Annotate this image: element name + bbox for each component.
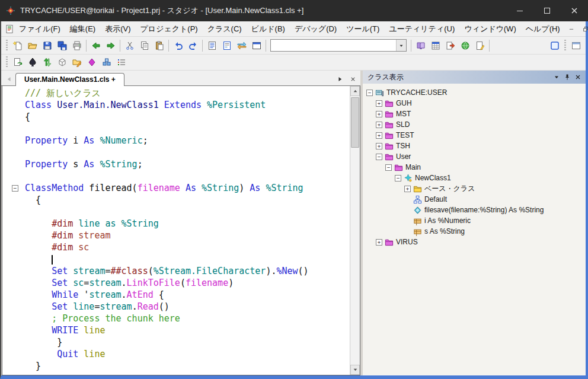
class-panel-header[interactable]: クラス表示 [363, 71, 586, 84]
menu-item-edit[interactable]: 編集(E) [65, 21, 100, 37]
collapse-icon[interactable]: − [395, 175, 401, 181]
tree-item-sld[interactable]: +SLD [366, 119, 586, 130]
toolbar-grip[interactable] [5, 40, 8, 52]
green-globe-button[interactable] [458, 39, 472, 53]
tree-item-user[interactable]: −User [366, 151, 586, 162]
menu-item-help[interactable]: ヘルプ(H) [521, 21, 565, 37]
cut-scissors-button[interactable] [122, 39, 137, 53]
code-line[interactable]: −ClassMethod fileread(filename As %Strin… [2, 182, 350, 194]
code-line[interactable]: Quit line [2, 348, 350, 360]
export-arrow-button[interactable] [443, 39, 458, 53]
toolbar-combobox[interactable] [270, 39, 407, 52]
paste-clipboard-button[interactable] [152, 39, 167, 53]
fold-collapse-icon[interactable]: − [12, 185, 18, 192]
minimize-button[interactable] [506, 0, 533, 21]
maximize-button[interactable] [533, 0, 561, 21]
code-line[interactable]: WRITE line [2, 324, 350, 336]
tab-user-main-newclass1[interactable]: User.Main.NewClass1.cls + [15, 73, 124, 86]
tree-item-default[interactable]: Default [366, 194, 586, 205]
undo-arrow-button[interactable] [171, 39, 186, 53]
code-line[interactable]: While 'stream.AtEnd { [2, 289, 350, 301]
folder-pencil-button[interactable] [69, 55, 84, 69]
mdi-restore-button[interactable] [579, 23, 588, 35]
code-line[interactable] [2, 123, 350, 135]
code-line[interactable] [2, 206, 350, 218]
copy-pages-button[interactable] [137, 39, 152, 53]
expand-icon[interactable]: + [404, 186, 411, 192]
tree-item-trycache-user[interactable]: −TRYCACHE:USER [366, 87, 586, 98]
expand-icon[interactable]: + [376, 122, 382, 128]
code-line[interactable]: /// 新しいクラス [2, 87, 350, 99]
grid-calendar-button[interactable] [428, 39, 443, 53]
collapse-icon[interactable]: − [376, 154, 382, 160]
print-button[interactable] [69, 39, 84, 53]
menu-item-tools[interactable]: ツール(T) [341, 21, 384, 37]
code-line[interactable]: { [2, 111, 350, 123]
tab-scroll-right-button[interactable] [333, 72, 346, 85]
collapse-icon[interactable]: − [385, 164, 392, 171]
menu-item-utilities[interactable]: ユーティリティ(U) [384, 21, 459, 37]
tab-scroll-left-button[interactable] [2, 72, 15, 85]
window-frame-button[interactable] [249, 39, 264, 53]
tree-item-newclass1[interactable]: −NewClass1 [366, 173, 586, 183]
open-folder-button[interactable] [25, 39, 40, 53]
tab-close-button[interactable] [346, 72, 359, 85]
menu-item-view[interactable]: 表示(V) [100, 21, 135, 37]
code-area[interactable]: /// 新しいクラスClass User.Main.NewClass1 Exte… [2, 86, 350, 375]
code-line[interactable]: Set sc=stream.LinkToFile(filename) [2, 277, 350, 289]
code-line[interactable] [2, 170, 350, 182]
magenta-diamond-button[interactable] [84, 55, 99, 69]
blue-frame-button[interactable] [547, 39, 562, 53]
mdi-minimize-button[interactable] [565, 23, 578, 35]
page-edit-button[interactable] [472, 39, 487, 53]
code-line[interactable] [2, 253, 350, 265]
tree-item-main[interactable]: −Main [366, 162, 586, 173]
expand-icon[interactable]: + [376, 239, 382, 246]
tree-item-virus[interactable]: +VIRUS [366, 237, 586, 247]
green-updown-button[interactable] [40, 55, 55, 69]
code-line[interactable]: #dim sc [2, 241, 350, 253]
code-line[interactable]: Property i As %Numeric; [2, 135, 350, 146]
scroll-up-button[interactable] [350, 86, 360, 96]
code-line[interactable] [2, 146, 350, 158]
blue-cubes-button[interactable] [99, 55, 114, 69]
expand-icon[interactable]: + [376, 100, 382, 107]
close-button[interactable] [561, 0, 588, 21]
code-line[interactable]: Set line=stream.Read() [2, 301, 350, 313]
code-line[interactable]: Property s As %String; [2, 158, 350, 170]
tree-item-i-as-numeric[interactable]: i As %Numeric [366, 215, 586, 226]
chevron-down-icon[interactable] [396, 40, 406, 51]
save-all-button[interactable] [55, 39, 69, 53]
menu-item-project[interactable]: プロジェクト(P) [136, 21, 203, 37]
code-line[interactable]: Set stream=##class(%Stream.FileCharacter… [2, 265, 350, 277]
page-arrows-button[interactable] [10, 55, 25, 69]
expand-icon[interactable]: + [376, 111, 382, 117]
page-outline-button[interactable] [219, 39, 234, 53]
menu-item-class[interactable]: クラス(C) [203, 21, 247, 37]
pin-icon[interactable] [562, 72, 573, 82]
menu-item-window[interactable]: ウィンドウ(W) [459, 21, 520, 37]
code-line[interactable]: Class User.Main.NewClass1 Extends %Persi… [2, 99, 350, 111]
scrollbar-thumb[interactable] [351, 97, 359, 148]
collapse-icon[interactable]: − [366, 90, 373, 96]
tree-item-tsh[interactable]: +TSH [366, 141, 586, 151]
code-line[interactable]: { [2, 194, 350, 206]
toolbar-grip[interactable] [5, 56, 8, 68]
scrollbar-track[interactable] [350, 96, 360, 365]
book-button[interactable] [413, 39, 428, 53]
forward-arrow-button[interactable] [103, 39, 118, 53]
close-icon[interactable] [573, 72, 583, 82]
scroll-down-button[interactable] [350, 365, 360, 375]
expand-icon[interactable]: + [376, 132, 382, 139]
chevron-down-icon[interactable] [551, 72, 562, 82]
code-line[interactable]: } [2, 360, 350, 372]
redo-arrow-button[interactable] [186, 39, 200, 53]
editor-vertical-scrollbar[interactable] [350, 86, 360, 375]
tree-item-filesave-filename-string-as-string[interactable]: filesave(filename:%String) As %String [366, 205, 586, 215]
white-box-button[interactable] [55, 55, 69, 69]
code-line[interactable]: ; Process the chunk here [2, 313, 350, 324]
tree-item-test[interactable]: +TEST [366, 130, 586, 141]
toolbar-grip[interactable] [564, 40, 567, 52]
new-page-button[interactable] [10, 39, 25, 53]
tree-item-mst[interactable]: +MST [366, 109, 586, 119]
